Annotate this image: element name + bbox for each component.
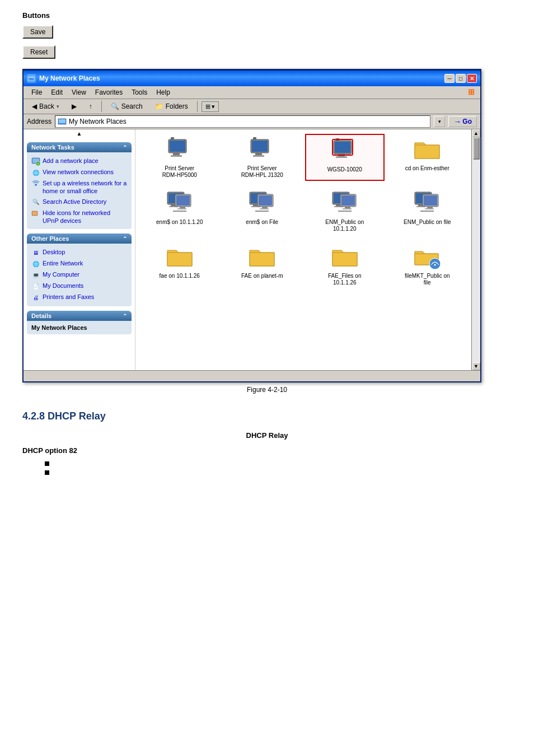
title-bar: My Network Places ─ □ ✕ bbox=[24, 71, 480, 86]
bullet-item-2 bbox=[45, 470, 512, 475]
view-grid-icon: ⊞ bbox=[205, 103, 210, 110]
file-item[interactable]: cd on Enm-esther bbox=[388, 134, 467, 181]
svg-rect-34 bbox=[180, 207, 185, 208]
svg-rect-14 bbox=[173, 153, 180, 155]
entire-network-icon: 🌐 bbox=[31, 259, 40, 268]
file-icon bbox=[331, 190, 358, 217]
menu-tools[interactable]: Tools bbox=[127, 87, 152, 97]
svg-rect-43 bbox=[262, 207, 268, 208]
file-item[interactable]: enm$ on File bbox=[223, 188, 302, 235]
task-add-network-place[interactable]: + Add a network place bbox=[31, 156, 127, 167]
file-grid: Print ServerRDM-HP5000 Print ServerRDM-H… bbox=[140, 134, 467, 288]
address-dropdown-button[interactable]: ▾ bbox=[434, 116, 445, 127]
menu-view[interactable]: View bbox=[67, 87, 91, 97]
menu-edit[interactable]: Edit bbox=[46, 87, 67, 97]
buttons-section: Buttons Save Reset bbox=[22, 11, 512, 59]
file-item[interactable]: fae on 10.1.1.26 bbox=[140, 241, 219, 288]
title-bar-text: My Network Places bbox=[39, 74, 100, 82]
svg-rect-25 bbox=[336, 156, 347, 158]
file-item[interactable]: enm$ on 10.1.1.20 bbox=[140, 188, 219, 235]
svg-rect-60 bbox=[424, 195, 437, 206]
menu-favorites[interactable]: Favorites bbox=[91, 87, 127, 97]
back-button[interactable]: ◀ Back ▾ bbox=[27, 101, 64, 112]
maximize-button[interactable]: □ bbox=[456, 74, 466, 83]
menu-bar: File Edit View Favorites Tools Help ⊞ bbox=[24, 86, 480, 99]
task-view-connections[interactable]: 🌐 View network connections bbox=[31, 167, 127, 178]
file-label: ENM_Public on file bbox=[404, 219, 451, 226]
place-entire-network[interactable]: 🌐 Entire Network bbox=[31, 258, 127, 269]
folders-icon: 📁 bbox=[155, 102, 163, 110]
search-button[interactable]: 🔍 Search bbox=[106, 101, 148, 112]
go-arrow-icon: → bbox=[453, 117, 461, 126]
file-item[interactable]: FAE on planet-m bbox=[223, 241, 302, 288]
back-dropdown-icon: ▾ bbox=[57, 104, 59, 109]
file-item[interactable]: Print ServerRDM-HP5000 bbox=[140, 134, 219, 181]
svg-rect-51 bbox=[341, 195, 355, 206]
minimize-button[interactable]: ─ bbox=[444, 74, 455, 83]
network-tasks-body: + Add a network place 🌐 View network con… bbox=[27, 152, 132, 229]
menu-help[interactable]: Help bbox=[152, 87, 175, 97]
address-input[interactable]: My Network Places bbox=[55, 115, 430, 128]
place-my-computer[interactable]: 💻 My Computer bbox=[31, 269, 127, 281]
file-item[interactable]: fileMKT_Public on file bbox=[388, 241, 467, 288]
svg-rect-20 bbox=[253, 155, 264, 157]
file-item[interactable]: ENM_Public on file bbox=[388, 188, 467, 235]
add-network-icon: + bbox=[31, 157, 40, 166]
details-header[interactable]: Details ⌃ bbox=[27, 311, 132, 321]
upnp-icon bbox=[31, 209, 40, 218]
svg-rect-4 bbox=[59, 119, 65, 123]
other-places-body: 🖥 Desktop 🌐 Entire Network 💻 My Computer… bbox=[27, 244, 132, 306]
view-button[interactable]: ⊞ ▾ bbox=[202, 101, 219, 112]
scrollbar-up-btn[interactable]: ▲ bbox=[472, 129, 480, 137]
file-label: ENM_Public on 10.1.1.20 bbox=[320, 219, 370, 232]
file-item[interactable]: FAE_Files on 10.1.1.26 bbox=[305, 241, 385, 288]
task-wireless-setup[interactable]: Set up a wireless network for a home or … bbox=[31, 178, 127, 197]
scrollbar-thumb[interactable] bbox=[473, 137, 480, 160]
svg-point-9 bbox=[35, 184, 37, 186]
details-section: Details ⌃ My Network Places bbox=[27, 311, 132, 334]
task-hide-icons[interactable]: Hide icons for networked UPnP devices bbox=[31, 208, 127, 226]
scroll-up-btn[interactable]: ▲ bbox=[24, 129, 135, 138]
file-item[interactable]: WGSD-10020 bbox=[305, 134, 385, 181]
close-button[interactable]: ✕ bbox=[467, 74, 477, 83]
svg-rect-16 bbox=[171, 137, 174, 139]
save-button[interactable]: Save bbox=[22, 25, 53, 39]
svg-text:+: + bbox=[37, 162, 39, 166]
scrollbar-track bbox=[472, 137, 480, 362]
network-tasks-header[interactable]: Network Tasks ⌃ bbox=[27, 142, 132, 152]
reset-button[interactable]: Reset bbox=[22, 45, 55, 59]
place-my-documents[interactable]: 📄 My Documents bbox=[31, 281, 127, 292]
section-heading: 4.2.8 DHCP Relay bbox=[22, 410, 512, 422]
folders-button[interactable]: 📁 Folders bbox=[150, 101, 193, 112]
printers-icon: 🖨 bbox=[31, 293, 40, 302]
file-icon bbox=[249, 190, 275, 217]
forward-button[interactable]: ▶ bbox=[67, 101, 82, 112]
place-printers-faxes[interactable]: 🖨 Printers and Faxes bbox=[31, 292, 127, 303]
file-label: WGSD-10020 bbox=[327, 166, 362, 173]
file-item[interactable]: Print ServerRDM-HPL J1320 bbox=[223, 134, 302, 181]
up-button[interactable]: ↑ bbox=[84, 101, 97, 112]
forward-arrow-icon: ▶ bbox=[72, 102, 77, 110]
file-item[interactable]: ENM_Public on 10.1.1.20 bbox=[305, 188, 385, 235]
svg-rect-44 bbox=[260, 208, 269, 209]
address-label: Address bbox=[27, 118, 51, 125]
svg-point-65 bbox=[434, 264, 436, 266]
scrollbar-down-btn[interactable]: ▼ bbox=[472, 362, 480, 370]
task-search-active-directory[interactable]: 🔍 Search Active Directory bbox=[31, 197, 127, 208]
file-label: Print ServerRDM-HPL J1320 bbox=[241, 165, 283, 179]
details-body: My Network Places bbox=[27, 321, 132, 334]
desktop-icon: 🖥 bbox=[31, 248, 40, 257]
title-bar-icon bbox=[27, 74, 36, 83]
svg-rect-15 bbox=[171, 155, 182, 157]
menu-file[interactable]: File bbox=[27, 87, 46, 97]
go-button[interactable]: → Go bbox=[448, 116, 477, 127]
place-desktop[interactable]: 🖥 Desktop bbox=[31, 247, 127, 258]
bullet-square-2 bbox=[45, 470, 49, 475]
file-label: FAE on planet-m bbox=[241, 273, 283, 279]
file-icon bbox=[414, 190, 441, 217]
right-scrollbar[interactable]: ▲ ▼ bbox=[471, 129, 480, 370]
toolbar: ◀ Back ▾ ▶ ↑ 🔍 Search 📁 Folders ⊞ ▾ bbox=[24, 99, 480, 114]
other-places-header[interactable]: Other Places ⌃ bbox=[27, 234, 132, 244]
svg-rect-53 bbox=[343, 208, 352, 209]
bullet-square-1 bbox=[45, 461, 49, 466]
